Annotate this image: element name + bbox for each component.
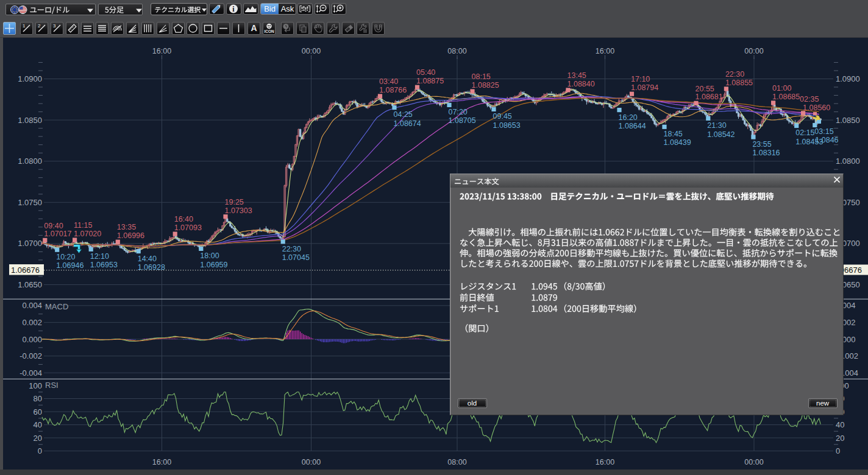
svg-text:ICON: ICON	[264, 29, 274, 33]
svg-text:16:40: 16:40	[174, 215, 193, 223]
svg-text:14:40: 14:40	[138, 255, 157, 263]
svg-text:1.0750: 1.0750	[18, 198, 42, 207]
svg-text:03:15: 03:15	[814, 127, 833, 136]
svg-text:40: 40	[836, 420, 844, 429]
svg-text:16:00: 16:00	[596, 458, 614, 466]
svg-text:1.08439: 1.08439	[664, 138, 691, 147]
svg-text:01:00: 01:00	[772, 84, 791, 93]
svg-text:1.0900: 1.0900	[18, 74, 42, 83]
svg-text:1.0850: 1.0850	[18, 116, 42, 125]
svg-text:1: 1	[23, 23, 26, 29]
svg-text:1.08855: 1.08855	[725, 79, 753, 87]
svg-text:1.08542: 1.08542	[707, 130, 735, 139]
svg-text:1.08875: 1.08875	[416, 77, 444, 85]
svg-text:13:45: 13:45	[567, 71, 586, 80]
svg-text:MACD: MACD	[45, 302, 68, 311]
svg-text:08:00: 08:00	[447, 47, 466, 55]
svg-text:09:45: 09:45	[493, 112, 512, 121]
svg-text:1.08825: 1.08825	[472, 81, 499, 90]
svg-text:20:55: 20:55	[695, 85, 714, 93]
svg-text:20: 20	[34, 434, 42, 443]
svg-text:1.06676: 1.06676	[11, 266, 40, 275]
svg-text:18:45: 18:45	[664, 130, 683, 138]
svg-text:1.08316: 1.08316	[752, 149, 780, 157]
svg-text:23:55: 23:55	[752, 140, 771, 149]
svg-text:10:20: 10:20	[56, 253, 75, 261]
svg-text:03:40: 03:40	[379, 77, 398, 86]
svg-text:18:00: 18:00	[200, 252, 219, 260]
svg-text:00:00: 00:00	[744, 458, 763, 466]
svg-text:1.08705: 1.08705	[449, 116, 476, 125]
svg-text:00:00: 00:00	[302, 458, 321, 466]
svg-text:2: 2	[38, 23, 41, 29]
svg-text:22:30: 22:30	[725, 70, 744, 79]
svg-text:12:10: 12:10	[90, 252, 109, 261]
svg-text:1.08644: 1.08644	[619, 122, 646, 130]
svg-text:1.0700: 1.0700	[18, 239, 42, 248]
svg-text:00:00: 00:00	[302, 47, 321, 55]
svg-text:0.004: 0.004	[22, 301, 42, 310]
svg-text:1.0900: 1.0900	[836, 74, 860, 83]
svg-text:16:00: 16:00	[152, 458, 171, 466]
svg-text:17:10: 17:10	[631, 75, 650, 83]
svg-text:16:00: 16:00	[596, 47, 614, 55]
svg-text:1.08685: 1.08685	[772, 93, 800, 101]
svg-text:-0.004: -0.004	[20, 368, 42, 378]
svg-text:1.07020: 1.07020	[74, 230, 101, 238]
svg-text:1.08840: 1.08840	[567, 80, 595, 88]
svg-text:16:20: 16:20	[619, 113, 638, 122]
svg-text:0.000: 0.000	[22, 335, 42, 344]
svg-text:1.0846: 1.0846	[815, 136, 838, 144]
svg-text:08:15: 08:15	[472, 72, 491, 81]
svg-text:1.0650: 1.0650	[18, 280, 42, 289]
svg-text:-0.002: -0.002	[20, 351, 42, 361]
svg-text:1.08766: 1.08766	[379, 86, 407, 94]
svg-text:11:15: 11:15	[74, 221, 92, 230]
svg-text:1.07045: 1.07045	[282, 253, 310, 262]
svg-text:0.002: 0.002	[22, 318, 42, 327]
svg-text:1.0850: 1.0850	[836, 116, 860, 125]
svg-text:05:40: 05:40	[416, 68, 435, 77]
svg-text:1.0800: 1.0800	[836, 157, 860, 166]
svg-text:100: 100	[29, 381, 42, 390]
svg-text:00:00: 00:00	[744, 47, 763, 55]
svg-text:08:00: 08:00	[447, 458, 466, 466]
svg-text:1.07093: 1.07093	[174, 223, 202, 232]
svg-text:1.08681: 1.08681	[695, 93, 723, 101]
svg-text:16:00: 16:00	[152, 47, 171, 55]
svg-text:1.06996: 1.06996	[117, 231, 144, 240]
svg-text:3: 3	[53, 23, 56, 29]
svg-text:13:35: 13:35	[117, 223, 136, 231]
svg-text:1.0800: 1.0800	[18, 157, 42, 166]
svg-text:1.06959: 1.06959	[200, 261, 227, 269]
svg-text:0: 0	[38, 446, 42, 456]
svg-text:1.07303: 1.07303	[225, 206, 252, 215]
svg-text:04:25: 04:25	[394, 110, 413, 119]
svg-text:1.07017: 1.07017	[44, 230, 71, 238]
svg-text:1.08653: 1.08653	[493, 121, 521, 130]
svg-text:1.08560: 1.08560	[803, 104, 830, 112]
svg-text:22:30: 22:30	[282, 245, 301, 253]
svg-text:A: A	[251, 23, 257, 33]
svg-text:60: 60	[34, 407, 42, 417]
svg-text:09:40: 09:40	[44, 222, 63, 230]
svg-text:02:35: 02:35	[800, 95, 819, 104]
svg-text:1.06928: 1.06928	[138, 263, 165, 272]
svg-text:80: 80	[34, 394, 42, 403]
svg-text:07:20: 07:20	[449, 108, 468, 116]
svg-text:02:15: 02:15	[795, 128, 814, 137]
svg-text:1.06946: 1.06946	[56, 261, 84, 270]
svg-text:19:25: 19:25	[225, 198, 244, 206]
svg-text:20: 20	[836, 434, 844, 443]
svg-text:0: 0	[836, 446, 840, 456]
svg-text:40: 40	[34, 420, 42, 429]
svg-text:1.08794: 1.08794	[631, 83, 658, 92]
svg-text:RSI: RSI	[45, 381, 59, 390]
svg-text:1.08674: 1.08674	[394, 119, 421, 128]
svg-text:1.06953: 1.06953	[90, 261, 118, 269]
svg-text:21:30: 21:30	[707, 121, 726, 130]
